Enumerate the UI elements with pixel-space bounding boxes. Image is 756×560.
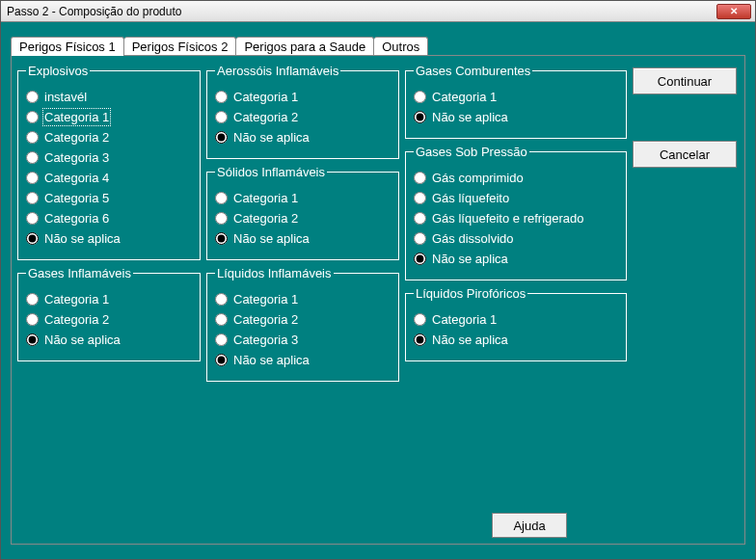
radio-option[interactable]: Não se aplica — [414, 252, 618, 266]
radio-option[interactable]: Não se aplica — [414, 333, 618, 347]
group-legend: Aerossóis Inflamáveis — [215, 64, 340, 78]
cancel-button[interactable]: Cancelar — [633, 141, 737, 168]
radio-option[interactable]: Não se aplica — [26, 333, 192, 347]
window-frame: Passo 2 - Composição do produto ✕ Perigo… — [0, 0, 756, 560]
radio-option[interactable]: instavél — [26, 90, 192, 104]
tab-row: Perigos Físicos 1 Perigos Físicos 2 Peri… — [11, 32, 745, 55]
group-legend: Gases Sob Pressão — [414, 145, 529, 159]
radio-option[interactable]: Categoria 1 — [414, 312, 618, 327]
group-aerossois: Aerossóis Inflamáveis Categoria 1 Catego… — [206, 64, 399, 159]
group-gases-inflamaveis: Gases Inflamáveis Categoria 1 Categoria … — [17, 266, 201, 361]
radio-option[interactable]: Categoria 3 — [26, 150, 192, 165]
radio-option[interactable]: Categoria 2 — [215, 211, 391, 226]
radio-option[interactable]: Não se aplica — [215, 353, 391, 367]
radio-option[interactable]: Categoria 5 — [26, 191, 192, 205]
radio-option[interactable]: Categoria 1 — [215, 191, 391, 205]
radio-option[interactable]: Categoria 6 — [26, 211, 192, 226]
radio-option[interactable]: Categoria 2 — [215, 312, 391, 327]
radio-option[interactable]: Categoria 3 — [215, 333, 391, 347]
group-solidos: Sólidos Inflamáveis Categoria 1 Categori… — [206, 165, 399, 260]
tab-perigos-saude[interactable]: Perigos para a Saude — [236, 37, 374, 56]
tab-perigos-fisicos-2[interactable]: Perigos Físicos 2 — [124, 37, 237, 56]
radio-option[interactable]: Não se aplica — [414, 110, 618, 124]
group-legend: Gases Comburentes — [414, 64, 532, 78]
radio-option[interactable]: Gás líquefeito — [414, 191, 618, 205]
continue-button[interactable]: Continuar — [633, 67, 737, 94]
tab-panel: Explosivos instavél Categoria 1 Categori… — [11, 55, 745, 545]
radio-option[interactable]: Não se aplica — [215, 231, 391, 246]
radio-option[interactable]: Categoria 4 — [26, 171, 192, 185]
radio-option[interactable]: Categoria 1 — [26, 292, 192, 307]
client-area: Perigos Físicos 1 Perigos Físicos 2 Peri… — [1, 22, 755, 559]
radio-option[interactable]: Categoria 1 — [215, 292, 391, 307]
help-button[interactable]: Ajuda — [492, 513, 567, 538]
group-legend: Explosivos — [26, 64, 90, 78]
radio-option[interactable]: Não se aplica — [26, 231, 192, 246]
close-button[interactable]: ✕ — [716, 4, 751, 19]
group-liquidos-piroforicos: Líquidos Pirofóricos Categoria 1 Não se … — [405, 286, 627, 361]
group-explosivos: Explosivos instavél Categoria 1 Categori… — [17, 64, 201, 260]
radio-option[interactable]: Gás comprimido — [414, 171, 618, 185]
radio-option[interactable]: Categoria 2 — [26, 130, 192, 145]
radio-option[interactable]: Categoria 1 — [215, 90, 391, 104]
group-gases-comburentes: Gases Comburentes Categoria 1 Não se apl… — [405, 64, 627, 139]
group-legend: Sólidos Inflamáveis — [215, 165, 327, 179]
group-legend: Líquidos Inflamáveis — [215, 266, 334, 280]
radio-option[interactable]: Gás dissolvido — [414, 231, 618, 246]
window-title: Passo 2 - Composição do produto — [5, 5, 716, 18]
group-liquidos-inflamaveis: Líquidos Inflamáveis Categoria 1 Categor… — [206, 266, 399, 382]
radio-option[interactable]: Categoria 1 — [414, 90, 618, 104]
radio-option[interactable]: Categoria 1 — [26, 110, 192, 124]
group-gases-pressao: Gases Sob Pressão Gás comprimido Gás líq… — [405, 145, 627, 280]
group-legend: Gases Inflamáveis — [26, 266, 133, 280]
title-bar: Passo 2 - Composição do produto ✕ — [1, 1, 755, 22]
radio-option[interactable]: Gás líquefeito e refrigerado — [414, 211, 618, 226]
tab-outros[interactable]: Outros — [374, 37, 428, 56]
radio-option[interactable]: Categoria 2 — [215, 110, 391, 124]
radio-option[interactable]: Não se aplica — [215, 130, 391, 145]
radio-option[interactable]: Categoria 2 — [26, 312, 192, 327]
tab-perigos-fisicos-1[interactable]: Perigos Físicos 1 — [11, 37, 124, 56]
close-icon: ✕ — [730, 6, 738, 16]
group-legend: Líquidos Pirofóricos — [414, 286, 527, 301]
